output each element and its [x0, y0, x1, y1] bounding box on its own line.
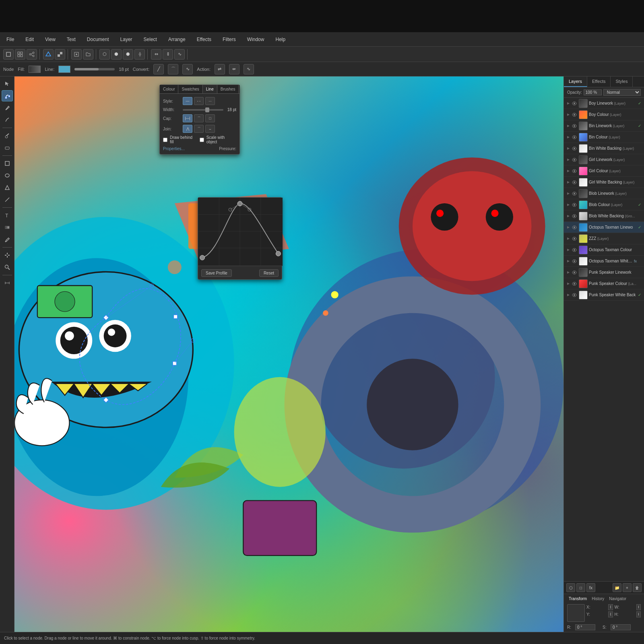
menu-text[interactable]: Text — [64, 36, 78, 43]
toolbar-share-btn[interactable] — [27, 49, 37, 60]
toolbar-flip-v-btn[interactable]: ⇕ — [163, 49, 173, 60]
layer-item[interactable]: ▶Boy Linework (Layer)✓ — [564, 98, 644, 109]
toolbar-mode-btn[interactable] — [3, 49, 14, 60]
draw-behind-fill-checkbox[interactable] — [163, 138, 167, 142]
layer-item[interactable]: ▶Girl Linework (Layer) — [564, 154, 644, 165]
menu-arrange[interactable]: Arrange — [166, 36, 188, 43]
menu-help[interactable]: Help — [273, 36, 288, 43]
canvas-area[interactable]: Colour Swatches Line Brushes Style: — - … — [14, 76, 564, 632]
layer-item[interactable]: ▶Blob White Backing (Gro... — [564, 211, 644, 222]
layer-visibility-btn[interactable] — [571, 213, 578, 219]
layer-expand-btn[interactable]: ▶ — [566, 270, 571, 275]
y-input[interactable] — [608, 611, 613, 617]
layer-visibility-btn[interactable] — [571, 134, 578, 140]
menu-file[interactable]: File — [4, 36, 17, 43]
join-round-btn[interactable]: ⌒ — [194, 125, 204, 133]
toolbar-pixel-btn[interactable] — [55, 49, 65, 60]
layer-item[interactable]: ▶Octopus Taxman White Bfx — [564, 256, 644, 267]
layer-visibility-btn[interactable] — [571, 168, 578, 174]
join-bevel-btn[interactable]: ⌣ — [205, 125, 215, 133]
layer-expand-btn[interactable]: ▶ — [566, 134, 571, 140]
convert-btn-2[interactable]: ⌒ — [168, 64, 178, 74]
menu-window[interactable]: Window — [245, 36, 267, 43]
layer-visibility-btn[interactable] — [571, 269, 578, 276]
toolbar-node4-btn[interactable]: ⟠ — [134, 49, 145, 60]
layer-visibility-btn[interactable] — [571, 157, 578, 163]
line-color-swatch[interactable] — [58, 66, 70, 73]
layer-expand-btn[interactable]: ▶ — [566, 236, 571, 242]
layer-expand-btn[interactable]: ▶ — [566, 168, 571, 174]
tool-text[interactable]: T — [2, 210, 13, 221]
layer-visibility-btn[interactable] — [571, 247, 578, 253]
tool-arrow[interactable] — [2, 78, 13, 89]
layer-item[interactable]: ▶Punk Speaker Linework — [564, 267, 644, 278]
layer-expand-btn[interactable]: ▶ — [566, 157, 571, 163]
toolbar-wave-btn[interactable]: ∿ — [174, 49, 185, 60]
action-btn-1[interactable]: ⇌ — [215, 64, 225, 74]
style-solid-btn[interactable]: — — [183, 97, 192, 105]
layer-expand-btn[interactable]: ▶ — [566, 247, 571, 253]
layer-visibility-btn[interactable] — [571, 235, 578, 242]
action-btn-2[interactable]: ⇍ — [229, 64, 239, 74]
layer-expand-btn[interactable]: ▶ — [566, 225, 571, 230]
menu-filters[interactable]: Filters — [220, 36, 238, 43]
scale-with-object-checkbox[interactable] — [200, 138, 204, 142]
menu-document[interactable]: Document — [85, 36, 111, 43]
layer-item[interactable]: ▶Boy Colour (Layer) — [564, 109, 644, 120]
toolbar-flip-h-btn[interactable]: ⇔ — [151, 49, 161, 60]
line-width-slider[interactable] — [74, 68, 115, 70]
join-miter-btn[interactable]: ⋀ — [183, 125, 192, 133]
layer-item[interactable]: ▶Octopus Taxman Colour — [564, 244, 644, 256]
tool-ellipse[interactable] — [2, 170, 13, 181]
menu-edit[interactable]: Edit — [23, 36, 36, 43]
tab-line[interactable]: Line — [203, 85, 217, 93]
layer-arrange-btn[interactable]: ⬡ — [566, 583, 575, 592]
convert-btn-3[interactable]: ∿ — [182, 64, 193, 74]
layer-delete-btn[interactable]: 🗑 — [633, 583, 642, 592]
layer-expand-btn[interactable]: ▶ — [566, 191, 571, 196]
layer-expand-btn[interactable]: ▶ — [566, 202, 571, 208]
action-btn-3[interactable]: ∿ — [244, 64, 254, 74]
tool-zoom[interactable] — [2, 262, 13, 273]
layer-expand-btn[interactable]: ▶ — [566, 146, 571, 151]
layer-visibility-btn[interactable] — [571, 292, 578, 298]
tool-pen[interactable] — [2, 102, 13, 114]
menu-layer[interactable]: Layer — [118, 36, 135, 43]
tool-gradient[interactable] — [2, 222, 13, 233]
style-dot-btn[interactable]: ··· — [205, 97, 215, 105]
tab-styles[interactable]: Styles — [611, 76, 633, 87]
properties-link[interactable]: Properties... — [163, 147, 185, 151]
menu-effects[interactable]: Effects — [194, 36, 214, 43]
menu-select[interactable]: Select — [141, 36, 159, 43]
h-input[interactable] — [636, 611, 641, 617]
tool-pencil[interactable] — [2, 114, 13, 126]
style-dash-btn[interactable]: - - — [194, 97, 204, 105]
layer-item[interactable]: ▶Punk Speaker White Back✓ — [564, 289, 644, 301]
layer-expand-btn[interactable]: ▶ — [566, 281, 571, 287]
layer-visibility-btn[interactable] — [571, 123, 578, 129]
layer-visibility-btn[interactable] — [571, 111, 578, 118]
layer-item[interactable]: ▶Bin White Backing (Layer) — [564, 143, 644, 154]
cap-round-btn[interactable]: ⌒ — [194, 114, 204, 122]
tab-layers[interactable]: Layers — [564, 76, 587, 87]
layer-add-btn[interactable]: + — [623, 583, 632, 592]
layer-expand-btn[interactable]: ▶ — [566, 112, 571, 118]
layer-mask-btn[interactable]: □ — [576, 583, 585, 592]
layer-expand-btn[interactable]: ▶ — [566, 101, 571, 106]
tool-triangle[interactable] — [2, 182, 13, 193]
tab-brushes[interactable]: Brushes — [217, 85, 239, 93]
pressure-curve[interactable] — [198, 198, 283, 266]
cap-square-btn[interactable]: □ — [205, 114, 215, 122]
cap-butt-btn[interactable]: |—| — [183, 114, 192, 122]
w-input[interactable] — [636, 604, 641, 610]
menu-view[interactable]: View — [43, 36, 58, 43]
bottom-tab-history[interactable]: History — [590, 596, 606, 602]
layer-visibility-btn[interactable] — [571, 179, 578, 186]
layer-visibility-btn[interactable] — [571, 145, 578, 152]
convert-btn-1[interactable]: ╱ — [153, 64, 164, 74]
layer-expand-btn[interactable]: ▶ — [566, 123, 571, 129]
layer-visibility-btn[interactable] — [571, 281, 578, 287]
layer-item[interactable]: ▶ZZZ (Layer) — [564, 233, 644, 244]
toolbar-vector-btn[interactable] — [43, 49, 54, 60]
tab-colour[interactable]: Colour — [160, 85, 178, 93]
